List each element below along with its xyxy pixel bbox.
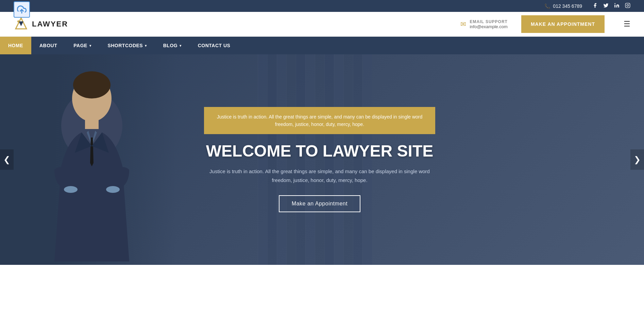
hero-subtitle: Justice is truth in action. All the grea… bbox=[204, 167, 435, 184]
upload-icon-box[interactable] bbox=[14, 1, 30, 18]
svg-point-2 bbox=[614, 3, 615, 4]
hero-title: WELCOME TO LAWYER SITE bbox=[204, 142, 435, 160]
logo-icon bbox=[14, 17, 29, 32]
linkedin-icon[interactable] bbox=[614, 3, 620, 9]
social-links bbox=[592, 3, 630, 9]
svg-marker-7 bbox=[19, 21, 23, 26]
nav-label-home: HOME bbox=[8, 43, 23, 48]
person-figure bbox=[20, 65, 163, 265]
hero-content: Justice is truth in action. All the grea… bbox=[204, 107, 456, 213]
svg-point-5 bbox=[629, 4, 629, 4]
nav-label-contact: CONTACT US bbox=[198, 43, 231, 48]
top-bar: 📞 012 345 6789 bbox=[0, 0, 644, 12]
svg-point-14 bbox=[106, 186, 120, 193]
slider-next-button[interactable]: ❯ bbox=[630, 149, 644, 170]
nav-label-shortcodes: SHORTCODES bbox=[107, 43, 143, 48]
twitter-icon[interactable] bbox=[603, 3, 609, 9]
main-nav: HOME ABOUT PAGE ▾ SHORTCODES ▾ BLOG ▾ CO… bbox=[0, 37, 644, 54]
page-dropdown-arrow: ▾ bbox=[89, 44, 91, 48]
svg-point-13 bbox=[64, 186, 78, 193]
logo[interactable]: LAWYER bbox=[14, 17, 68, 32]
header-right: ✉ EMAIL SUPPORT info@example.com MAKE AN… bbox=[460, 15, 630, 33]
shortcodes-dropdown-arrow: ▾ bbox=[145, 44, 147, 48]
nav-item-shortcodes[interactable]: SHORTCODES ▾ bbox=[99, 37, 155, 54]
svg-rect-3 bbox=[625, 3, 630, 7]
svg-rect-12 bbox=[85, 119, 99, 129]
svg-point-11 bbox=[73, 71, 111, 98]
nav-item-home[interactable]: HOME bbox=[0, 37, 31, 54]
svg-point-4 bbox=[627, 4, 628, 6]
email-icon: ✉ bbox=[460, 20, 466, 28]
nav-item-page[interactable]: PAGE ▾ bbox=[65, 37, 99, 54]
header: LAWYER ✉ EMAIL SUPPORT info@example.com … bbox=[0, 12, 644, 37]
svg-rect-1 bbox=[614, 5, 615, 7]
nav-item-contact[interactable]: CONTACT US bbox=[190, 37, 239, 54]
instagram-icon[interactable] bbox=[625, 3, 630, 9]
email-contact-text: EMAIL SUPPORT info@example.com bbox=[470, 19, 507, 29]
phone-contact: 📞 012 345 6789 bbox=[544, 3, 582, 9]
hero-cta: Make an Appointment bbox=[204, 195, 435, 212]
blog-dropdown-arrow: ▾ bbox=[180, 44, 182, 48]
hero-person-area bbox=[0, 54, 177, 265]
email-contact: ✉ EMAIL SUPPORT info@example.com bbox=[460, 19, 507, 29]
nav-label-blog: BLOG bbox=[163, 43, 177, 48]
hero-appointment-button[interactable]: Make an Appointment bbox=[279, 195, 360, 212]
nav-item-about[interactable]: ABOUT bbox=[31, 37, 65, 54]
make-appointment-header-button[interactable]: MAKE AN APPOINTMENT bbox=[521, 15, 605, 33]
logo-text: LAWYER bbox=[32, 20, 68, 29]
nav-item-blog[interactable]: BLOG ▾ bbox=[155, 37, 190, 54]
email-value: info@example.com bbox=[470, 24, 507, 29]
facebook-icon[interactable] bbox=[592, 3, 598, 9]
hamburger-menu-button[interactable]: ☰ bbox=[624, 20, 630, 29]
nav-label-about: ABOUT bbox=[39, 43, 57, 48]
svg-point-8 bbox=[17, 20, 19, 22]
hero-section: Justice is truth in action. All the grea… bbox=[0, 54, 644, 265]
slider-prev-button[interactable]: ❮ bbox=[0, 149, 14, 170]
upload-icon bbox=[17, 5, 27, 14]
hero-quote-box: Justice is truth in action. All the grea… bbox=[204, 107, 435, 134]
phone-icon: 📞 bbox=[544, 3, 550, 9]
phone-number: 012 345 6789 bbox=[553, 3, 582, 9]
email-label: EMAIL SUPPORT bbox=[470, 19, 507, 24]
hero-quote-text: Justice is truth in action. All the grea… bbox=[214, 113, 426, 128]
nav-label-page: PAGE bbox=[73, 43, 87, 48]
